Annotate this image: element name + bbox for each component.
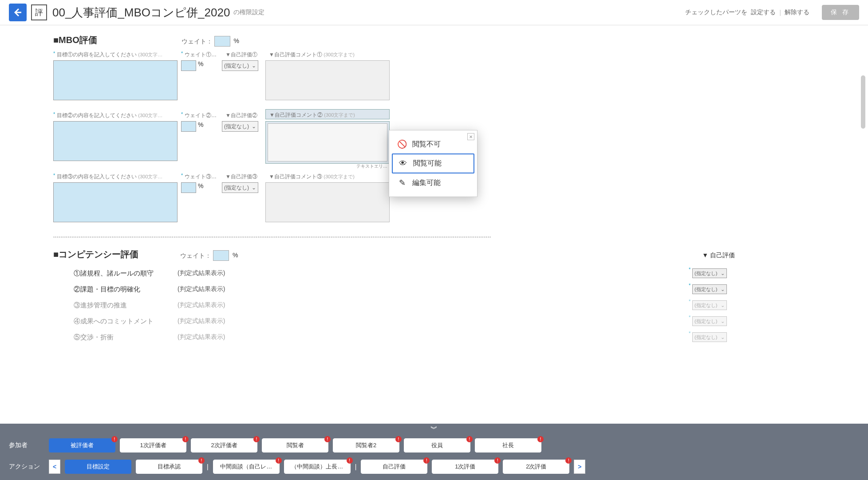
goal1-textarea[interactable] xyxy=(53,60,178,100)
comment1-label: ▼自己評価コメント① (300文字まで) xyxy=(265,51,355,58)
comp-select-2[interactable]: (指定なし) xyxy=(692,284,727,294)
comment3-textarea[interactable] xyxy=(265,182,390,222)
comp-desc-4: (判定式結果表示) xyxy=(178,317,266,325)
self1-label: ▼自己評価① xyxy=(222,51,257,58)
comp-item-3: ③進捗管理の推進 xyxy=(53,301,178,310)
eval-icon-badge: 評 xyxy=(31,4,47,20)
comment2-label: ▼自己評価コメント② (300文字まで) xyxy=(266,110,389,119)
self3-label: ▼自己評価③ xyxy=(222,173,257,180)
comment2-caption: テキストエリ… xyxy=(356,163,387,169)
comp-item-4: ④成果へのコミットメント xyxy=(53,317,178,326)
self2-label: ▼自己評価② xyxy=(222,112,257,118)
comp-weight-input[interactable] xyxy=(213,250,229,261)
section-divider: ****************************************… xyxy=(53,236,815,240)
weight2-input[interactable] xyxy=(181,121,196,132)
mbo-weight-label: ウェイト： xyxy=(181,37,213,44)
comp-pct: % xyxy=(233,252,238,259)
comment2-textarea[interactable] xyxy=(268,123,387,161)
comment1-textarea[interactable] xyxy=(265,60,390,100)
save-button[interactable]: 保 存 xyxy=(822,5,859,20)
goal1-label: 目標①の内容を記入してください (300文字… xyxy=(53,51,162,58)
pct3: % xyxy=(198,182,203,189)
goal3-textarea[interactable] xyxy=(53,182,178,222)
goal3-label: 目標③の内容を記入してください (300文字… xyxy=(53,173,162,180)
weight3-input[interactable] xyxy=(181,182,196,193)
comp-select-1[interactable]: (指定なし) xyxy=(692,268,727,278)
pct2: % xyxy=(198,121,203,128)
mbo-weight-input[interactable] xyxy=(214,36,230,47)
self1-select[interactable]: (指定なし) xyxy=(222,60,258,71)
self2-select[interactable]: (指定なし) xyxy=(222,121,258,132)
self-eval-col-header: ▼ 自己評価 xyxy=(702,252,735,260)
goal2-textarea[interactable] xyxy=(53,121,178,161)
mbo-section-title: ■MBO評価 xyxy=(53,34,97,46)
option-no-view-label: 閲覧不可 xyxy=(412,140,441,149)
separator: | xyxy=(779,9,781,16)
comp-item-5: ⑤交渉・折衝 xyxy=(53,333,178,342)
edit-icon: ✎ xyxy=(397,178,407,188)
page-title: 00_人事評価_MBOコンピ併_2020 xyxy=(52,5,230,20)
weight1-label: ウェイト①… xyxy=(181,51,217,58)
comp-weight-label: ウェイト： xyxy=(180,252,211,259)
eye-slash-icon: 🚫 xyxy=(397,139,407,149)
release-link[interactable]: 解除する xyxy=(785,8,809,16)
option-view[interactable]: 👁 閲覧可能 xyxy=(392,153,474,173)
weight3-label: ウェイト③… xyxy=(181,173,217,180)
comp-desc-1: (判定式結果表示) xyxy=(178,269,266,277)
weight1-input[interactable] xyxy=(181,60,196,71)
option-edit-label: 編集可能 xyxy=(412,178,441,188)
comp-desc-3: (判定式結果表示) xyxy=(178,301,266,309)
eye-icon: 👁 xyxy=(398,159,408,168)
comp-desc-2: (判定式結果表示) xyxy=(178,285,266,293)
back-button[interactable] xyxy=(9,4,27,21)
comp-item-1: ①諸規程、諸ルールの順守 xyxy=(53,269,178,278)
option-no-view[interactable]: 🚫 閲覧不可 xyxy=(392,135,474,153)
weight2-label: ウェイト②… xyxy=(181,112,217,118)
option-view-label: 閲覧可能 xyxy=(413,159,442,168)
percent-label: % xyxy=(234,37,239,44)
comment3-label: ▼自己評価コメント③ (300文字まで) xyxy=(265,173,355,180)
permission-popover: ✕ 🚫 閲覧不可 👁 閲覧可能 ✎ 編集可能 xyxy=(389,130,477,197)
page-subtitle: の権限設定 xyxy=(233,8,264,16)
comp-item-2: ②課題・目標の明確化 xyxy=(53,285,178,294)
set-link[interactable]: 設定する xyxy=(751,8,776,16)
checked-parts-label: チェックしたパーツを xyxy=(685,8,747,16)
self3-select[interactable]: (指定なし) xyxy=(222,182,258,193)
goal2-label: 目標②の内容を記入してください (300文字… xyxy=(53,112,162,118)
comp-select-3[interactable]: (指定なし) xyxy=(692,300,727,310)
comp-desc-5: (判定式結果表示) xyxy=(178,333,266,341)
comp-section-title: ■コンピテンシー評価 xyxy=(53,248,138,260)
comp-select-4[interactable]: (指定なし) xyxy=(692,316,727,326)
close-icon[interactable]: ✕ xyxy=(467,133,474,140)
comp-select-5[interactable]: (指定なし) xyxy=(692,332,727,342)
scrollbar-thumb[interactable] xyxy=(861,75,865,129)
pct1: % xyxy=(198,60,203,67)
option-edit[interactable]: ✎ 編集可能 xyxy=(392,173,474,192)
